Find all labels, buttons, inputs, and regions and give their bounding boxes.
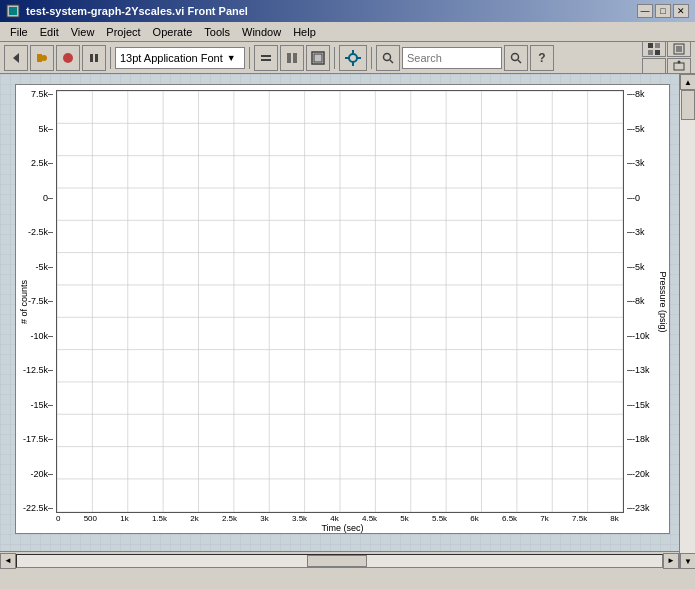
y-left-title-container: # of counts bbox=[18, 90, 30, 513]
scroll-down-button[interactable]: ▼ bbox=[680, 553, 695, 569]
svg-point-5 bbox=[63, 53, 73, 63]
svg-rect-11 bbox=[293, 53, 297, 63]
search-magnifier-icon bbox=[376, 45, 400, 71]
menu-bar: File Edit View Project Operate Tools Win… bbox=[0, 22, 695, 42]
search-glass-button[interactable] bbox=[504, 45, 528, 71]
close-button[interactable]: ✕ bbox=[673, 4, 689, 18]
svg-rect-25 bbox=[674, 63, 684, 70]
panel-tool-2[interactable] bbox=[667, 41, 691, 57]
separator-2 bbox=[249, 47, 250, 69]
panel-tool-4[interactable] bbox=[667, 58, 691, 74]
scroll-left-button[interactable]: ◄ bbox=[0, 553, 16, 569]
menu-help[interactable]: Help bbox=[287, 24, 322, 40]
minimize-button[interactable]: — bbox=[637, 4, 653, 18]
forward-button[interactable] bbox=[30, 45, 54, 71]
svg-rect-1 bbox=[9, 7, 17, 15]
menu-tools[interactable]: Tools bbox=[198, 24, 236, 40]
chart-grid-svg bbox=[57, 91, 623, 512]
settings-button[interactable] bbox=[339, 45, 367, 71]
font-dropdown[interactable]: 13pt Application Font ▼ bbox=[115, 47, 245, 69]
x-title-container: Time (sec) bbox=[16, 521, 669, 533]
y-right-title: Pressure (psig) bbox=[658, 271, 668, 332]
x-title: Time (sec) bbox=[321, 523, 363, 533]
svg-point-15 bbox=[384, 53, 391, 60]
window-controls: — □ ✕ bbox=[637, 4, 689, 18]
chart-container: 7.5k– 5k– 2.5k– 0– -2.5k– -5k– -7.5k– -1… bbox=[15, 84, 670, 534]
menu-operate[interactable]: Operate bbox=[147, 24, 199, 40]
svg-marker-2 bbox=[13, 53, 19, 63]
svg-rect-20 bbox=[655, 43, 660, 48]
svg-rect-19 bbox=[648, 43, 653, 48]
svg-rect-10 bbox=[287, 53, 291, 63]
svg-rect-21 bbox=[648, 50, 653, 55]
search-input[interactable] bbox=[407, 52, 487, 64]
scroll-thumb-bottom[interactable] bbox=[307, 555, 367, 567]
title-bar: test-system-graph-2Yscales.vi Front Pane… bbox=[0, 0, 695, 22]
panel-tool-1[interactable] bbox=[642, 41, 666, 57]
svg-point-14 bbox=[349, 54, 357, 62]
menu-view[interactable]: View bbox=[65, 24, 101, 40]
status-bar: ◄ ► bbox=[0, 551, 679, 569]
scroll-up-button[interactable]: ▲ bbox=[680, 74, 695, 90]
align-button[interactable] bbox=[254, 45, 278, 71]
svg-point-17 bbox=[512, 53, 519, 60]
main-content: 7.5k– 5k– 2.5k– 0– -2.5k– -5k– -7.5k– -1… bbox=[0, 74, 695, 569]
y-left-title: # of counts bbox=[19, 279, 29, 323]
toolbar: 13pt Application Font ▼ bbox=[0, 42, 695, 74]
svg-line-16 bbox=[390, 60, 393, 63]
svg-line-18 bbox=[518, 60, 521, 63]
svg-rect-8 bbox=[261, 55, 271, 57]
scroll-track-right bbox=[680, 90, 695, 553]
scroll-thumb-right[interactable] bbox=[681, 90, 695, 120]
stop-button[interactable] bbox=[56, 45, 80, 71]
scrollbar-right[interactable]: ▲ ▼ bbox=[679, 74, 695, 569]
svg-rect-24 bbox=[676, 46, 682, 52]
chart-inner bbox=[56, 90, 624, 513]
menu-file[interactable]: File bbox=[4, 24, 34, 40]
app-icon bbox=[6, 3, 22, 19]
menu-window[interactable]: Window bbox=[236, 24, 287, 40]
svg-point-26 bbox=[678, 61, 681, 64]
panel-tool-3[interactable] bbox=[642, 58, 666, 74]
resize-button[interactable] bbox=[306, 45, 330, 71]
svg-rect-13 bbox=[314, 54, 322, 62]
help-button[interactable]: ? bbox=[530, 45, 554, 71]
menu-project[interactable]: Project bbox=[100, 24, 146, 40]
pause-button[interactable] bbox=[82, 45, 106, 71]
y-right-title-container: Pressure (psig) bbox=[657, 90, 669, 513]
svg-rect-22 bbox=[655, 50, 660, 55]
scroll-track-bottom bbox=[16, 554, 663, 568]
scroll-right-button[interactable]: ► bbox=[663, 553, 679, 569]
svg-rect-6 bbox=[90, 54, 93, 62]
separator-1 bbox=[110, 47, 111, 69]
back-button[interactable] bbox=[4, 45, 28, 71]
separator-3 bbox=[334, 47, 335, 69]
search-box[interactable] bbox=[402, 47, 502, 69]
menu-edit[interactable]: Edit bbox=[34, 24, 65, 40]
svg-rect-9 bbox=[261, 59, 271, 61]
svg-point-4 bbox=[41, 55, 47, 61]
distribute-button[interactable] bbox=[280, 45, 304, 71]
separator-4 bbox=[371, 47, 372, 69]
window-title: test-system-graph-2Yscales.vi Front Pane… bbox=[26, 5, 637, 17]
maximize-button[interactable]: □ bbox=[655, 4, 671, 18]
svg-rect-7 bbox=[95, 54, 98, 62]
